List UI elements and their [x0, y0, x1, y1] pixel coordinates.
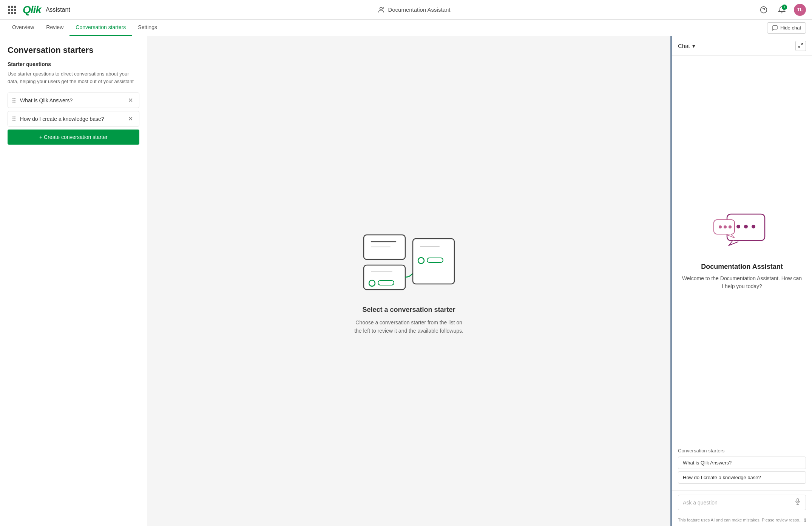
starter-text-2: How do I create a knowledge base?: [20, 116, 123, 122]
avatar[interactable]: TL: [794, 4, 806, 16]
mic-icon: [794, 498, 801, 505]
center-desc: Choose a conversation starter from the l…: [352, 318, 466, 335]
drag-handle-2[interactable]: [12, 116, 15, 121]
panel-title: Conversation starters: [8, 45, 139, 55]
chat-footer: This feature uses AI and can make mistak…: [672, 514, 812, 526]
chat-starters-label: Conversation starters: [678, 448, 806, 454]
qlik-logo: Qlik: [23, 4, 41, 16]
expand-chat-button[interactable]: [795, 41, 806, 51]
mic-button[interactable]: [794, 498, 801, 507]
app-title: Assistant: [46, 6, 70, 13]
hide-chat-button[interactable]: Hide chat: [767, 22, 806, 34]
svg-point-0: [380, 7, 383, 10]
tab-conversation-starters[interactable]: Conversation starters: [69, 20, 132, 36]
chat-header: Chat ▾: [672, 36, 812, 56]
expand-icon: [798, 43, 803, 48]
chat-illustration: [712, 208, 772, 255]
center-title: Documentation Assistant: [388, 6, 450, 13]
chat-starter-chip-1[interactable]: What is Qlik Answers?: [678, 457, 806, 469]
notification-badge: 1: [782, 5, 787, 10]
center-title: Select a conversation starter: [362, 306, 455, 314]
drag-handle-1[interactable]: [12, 98, 15, 103]
main-layout: Conversation starters Starter questions …: [0, 36, 812, 526]
remove-starter-1-button[interactable]: ✕: [127, 97, 134, 104]
svg-point-22: [724, 225, 727, 228]
starter-text-1: What is Qlik Answers?: [20, 97, 123, 103]
chat-input-wrapper: [678, 495, 806, 510]
chat-title-area: Chat ▾: [678, 43, 695, 49]
tab-overview[interactable]: Overview: [6, 20, 40, 36]
chat-icon: [772, 25, 778, 31]
help-button[interactable]: [758, 4, 770, 16]
chat-panel: Chat ▾: [670, 36, 812, 526]
chat-title: Chat: [678, 43, 690, 49]
notification-button[interactable]: 1: [776, 4, 788, 16]
topbar: Qlik Assistant Documentation Assistant 1…: [0, 0, 812, 20]
help-icon: [760, 6, 767, 14]
remove-starter-2-button[interactable]: ✕: [127, 115, 134, 122]
chat-dropdown-icon: ▾: [692, 43, 695, 49]
svg-point-1: [383, 7, 384, 8]
chat-body: Documentation Assistant Welcome to the D…: [672, 56, 812, 443]
tab-review[interactable]: Review: [40, 20, 69, 36]
chat-starters-section: Conversation starters What is Qlik Answe…: [672, 443, 812, 491]
svg-point-21: [719, 225, 722, 228]
svg-point-18: [744, 225, 748, 228]
grid-icon: [8, 6, 16, 14]
svg-point-19: [752, 225, 755, 228]
topbar-center: Documentation Assistant: [377, 6, 450, 14]
chat-input[interactable]: [683, 500, 794, 506]
info-icon[interactable]: ℹ: [804, 517, 806, 523]
chat-input-area: [672, 491, 812, 514]
svg-rect-24: [797, 499, 799, 502]
left-panel: Conversation starters Starter questions …: [0, 36, 147, 526]
section-desc: Use starter questions to direct conversa…: [8, 70, 139, 85]
chat-assistant-name: Documentation Assistant: [701, 263, 783, 271]
starter-item-2: How do I create a knowledge base? ✕: [8, 111, 139, 126]
svg-rect-10: [413, 239, 454, 284]
topbar-right: 1 TL: [758, 4, 806, 16]
center-panel: Select a conversation starter Choose a c…: [147, 36, 670, 526]
tab-settings[interactable]: Settings: [132, 20, 163, 36]
navtabs: Overview Review Conversation starters Se…: [0, 20, 812, 36]
starter-item-1: What is Qlik Answers? ✕: [8, 93, 139, 108]
svg-point-23: [729, 225, 732, 228]
create-starter-button[interactable]: + Create conversation starter: [8, 130, 139, 145]
center-illustration: [356, 227, 462, 295]
hide-chat-label: Hide chat: [780, 25, 801, 31]
chat-welcome-message: Welcome to the Documentation Assistant. …: [681, 275, 803, 290]
chat-footer-text: This feature uses AI and can make mistak…: [678, 518, 803, 522]
topbar-left: Qlik Assistant: [6, 4, 70, 16]
section-label: Starter questions: [8, 61, 139, 67]
chat-starter-chip-2[interactable]: How do I create a knowledge base?: [678, 471, 806, 484]
svg-point-17: [736, 225, 740, 228]
grid-menu-button[interactable]: [6, 4, 18, 16]
assistant-icon: [377, 6, 385, 14]
